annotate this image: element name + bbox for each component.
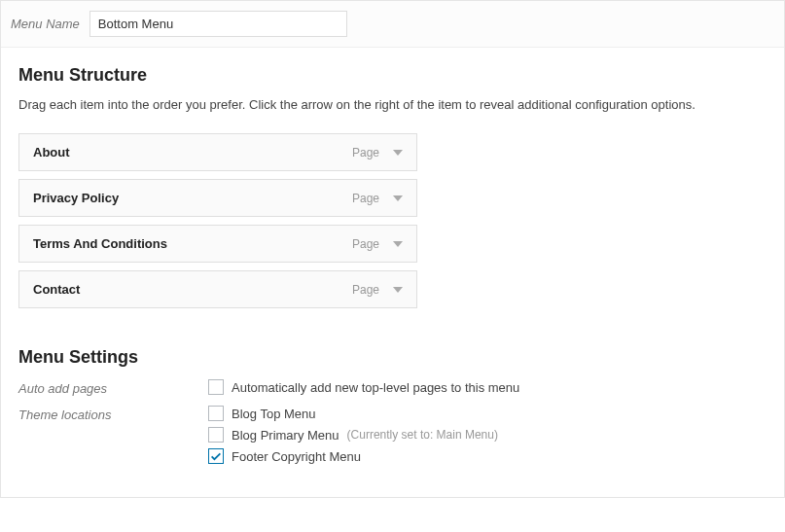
menu-item-title: Terms And Conditions	[33, 236, 167, 251]
checkbox-footer-copyright-menu[interactable]	[208, 448, 224, 464]
menu-item[interactable]: Privacy Policy Page	[18, 179, 417, 217]
theme-location-option[interactable]: Blog Primary Menu (Currently set to: Mai…	[208, 427, 767, 443]
menu-item-title: About	[33, 145, 70, 160]
menu-item-type: Page	[352, 237, 379, 251]
menu-structure-heading: Menu Structure	[18, 65, 767, 86]
theme-location-option[interactable]: Footer Copyright Menu	[208, 448, 767, 464]
theme-locations-row: Theme locations Blog Top Menu Blog Prima…	[18, 406, 767, 464]
theme-location-label: Blog Top Menu	[232, 407, 316, 421]
auto-add-pages-row: Auto add pages Automatically add new top…	[18, 379, 767, 396]
auto-add-pages-option[interactable]: Automatically add new top-level pages to…	[208, 379, 767, 395]
theme-location-note: (Currently set to: Main Menu)	[347, 428, 498, 442]
checkbox-auto-add[interactable]	[208, 379, 224, 395]
theme-location-label: Blog Primary Menu	[232, 428, 339, 443]
chevron-down-icon[interactable]	[393, 150, 403, 156]
auto-add-pages-label: Auto add pages	[18, 379, 208, 396]
menu-settings-heading: Menu Settings	[18, 347, 767, 368]
menu-items-list: About Page Privacy Policy Page Terms And…	[18, 133, 767, 308]
check-icon	[209, 449, 223, 463]
menu-header-bar: Menu Name	[1, 1, 784, 48]
menu-edit-panel: Menu Name Menu Structure Drag each item …	[0, 0, 785, 498]
checkbox-blog-top-menu[interactable]	[208, 406, 224, 421]
menu-item-type: Page	[352, 283, 379, 297]
menu-item-title: Privacy Policy	[33, 191, 119, 205]
menu-item[interactable]: About Page	[18, 133, 417, 171]
theme-locations-label: Theme locations	[18, 406, 208, 422]
menu-structure-description: Drag each item into the order you prefer…	[18, 97, 767, 112]
theme-location-option[interactable]: Blog Top Menu	[208, 406, 767, 421]
menu-item-type: Page	[352, 192, 379, 205]
chevron-down-icon[interactable]	[393, 287, 403, 293]
menu-item-type: Page	[352, 146, 379, 160]
checkbox-blog-primary-menu[interactable]	[208, 427, 224, 443]
chevron-down-icon[interactable]	[393, 241, 403, 247]
menu-name-input[interactable]	[89, 11, 347, 37]
auto-add-pages-checkbox-label: Automatically add new top-level pages to…	[232, 380, 519, 395]
menu-item[interactable]: Contact Page	[18, 270, 417, 308]
theme-location-label: Footer Copyright Menu	[232, 449, 361, 464]
panel-content: Menu Structure Drag each item into the o…	[1, 48, 784, 497]
menu-item-title: Contact	[33, 282, 80, 297]
menu-name-label: Menu Name	[11, 17, 80, 31]
chevron-down-icon[interactable]	[393, 195, 403, 201]
menu-item[interactable]: Terms And Conditions Page	[18, 225, 417, 263]
